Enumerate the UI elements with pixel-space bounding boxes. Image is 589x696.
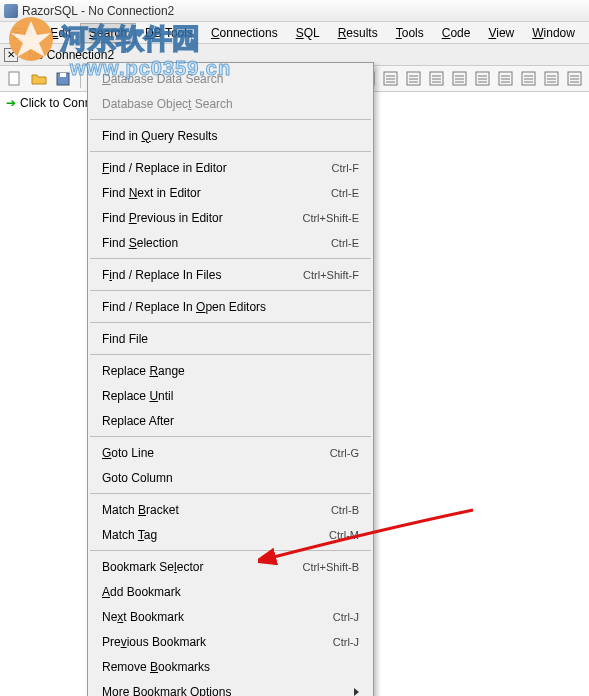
menu-item-shortcut: Ctrl-E — [331, 237, 359, 249]
close-tab-button[interactable]: ✕ — [4, 48, 18, 62]
app-icon — [4, 4, 18, 18]
connect-arrow-icon: ➔ — [6, 96, 16, 110]
menu-item-shortcut: Ctrl-F — [332, 162, 360, 174]
menu-separator — [90, 119, 371, 120]
menu-item-find-file[interactable]: Find File — [88, 326, 373, 351]
menu-item-label: Find Previous in Editor — [102, 211, 302, 225]
menu-item-label: Goto Column — [102, 471, 359, 485]
menu-item-label: Find File — [102, 332, 359, 346]
menu-item-database-object-search: Database Object Search — [88, 91, 373, 116]
table-icon[interactable] — [404, 70, 422, 88]
menu-item-shortcut: Ctrl-J — [333, 636, 359, 648]
menu-item-previous-bookmark[interactable]: Previous BookmarkCtrl-J — [88, 629, 373, 654]
side-panel: ➔ Click to Connect — [0, 92, 80, 114]
proc-icon[interactable] — [427, 70, 445, 88]
menu-item-match-tag[interactable]: Match TagCtrl-M — [88, 522, 373, 547]
menu-item-add-bookmark[interactable]: Add Bookmark — [88, 579, 373, 604]
refresh-icon[interactable] — [496, 70, 514, 88]
menu-item-label: Bookmark Selector — [102, 560, 302, 574]
menu-item-remove-bookmarks[interactable]: Remove Bookmarks — [88, 654, 373, 679]
menu-item-label: Replace Range — [102, 364, 359, 378]
new-file-icon[interactable] — [6, 70, 24, 88]
menu-item-label: Goto Line — [102, 446, 330, 460]
menu-search[interactable]: Search — [80, 23, 136, 43]
menu-item-label: Database Data Search — [102, 72, 359, 86]
menu-item-replace-after[interactable]: Replace After — [88, 408, 373, 433]
menu-item-label: Next Bookmark — [102, 610, 333, 624]
menu-file[interactable]: File — [4, 23, 41, 43]
menu-code[interactable]: Code — [433, 23, 480, 43]
svg-rect-2 — [60, 73, 66, 77]
window-title: RazorSQL - No Connection2 — [22, 4, 174, 18]
list-icon[interactable] — [450, 70, 468, 88]
menu-item-label: Find in Query Results — [102, 129, 359, 143]
menu-view[interactable]: View — [479, 23, 523, 43]
menu-item-label: Replace After — [102, 414, 359, 428]
menu-item-shortcut: Ctrl+Shift-B — [302, 561, 359, 573]
menu-item-more-bookmark-options[interactable]: More Bookmark Options — [88, 679, 373, 696]
menu-connections[interactable]: Connections — [202, 23, 287, 43]
menu-item-label: Find Next in Editor — [102, 186, 331, 200]
menu-item-label: Find / Replace in Editor — [102, 161, 332, 175]
redo-icon[interactable] — [542, 70, 560, 88]
tab-label[interactable]: No Connection2 — [22, 46, 120, 64]
menu-separator — [90, 493, 371, 494]
menu-item-label: Match Bracket — [102, 503, 331, 517]
menu-tools[interactable]: Tools — [387, 23, 433, 43]
menu-item-shortcut: Ctrl+Shift-E — [302, 212, 359, 224]
menu-results[interactable]: Results — [329, 23, 387, 43]
titlebar: RazorSQL - No Connection2 — [0, 0, 589, 22]
save-icon[interactable] — [54, 70, 72, 88]
search-menu-dropdown: Database Data SearchDatabase Object Sear… — [87, 62, 374, 696]
menu-item-match-bracket[interactable]: Match BracketCtrl-B — [88, 497, 373, 522]
menu-item-find-in-query-results[interactable]: Find in Query Results — [88, 123, 373, 148]
menu-item-find-replace-in-open-editors[interactable]: Find / Replace In Open Editors — [88, 294, 373, 319]
menu-item-shortcut: Ctrl-G — [330, 447, 359, 459]
menu-item-replace-range[interactable]: Replace Range — [88, 358, 373, 383]
menu-item-label: Database Object Search — [102, 97, 359, 111]
menu-item-label: Match Tag — [102, 528, 329, 542]
menu-separator — [90, 290, 371, 291]
menubar: FileEditSearchDB ToolsConnectionsSQLResu… — [0, 22, 589, 44]
view-icon[interactable] — [473, 70, 491, 88]
menu-separator — [90, 550, 371, 551]
columns-icon[interactable] — [381, 70, 399, 88]
menu-item-shortcut: Ctrl-M — [329, 529, 359, 541]
menu-separator — [90, 354, 371, 355]
menu-item-shortcut: Ctrl-B — [331, 504, 359, 516]
toolbar-separator — [80, 70, 81, 88]
menu-item-label: More Bookmark Options — [102, 685, 354, 697]
menu-db-tools[interactable]: DB Tools — [136, 23, 202, 43]
config-icon[interactable] — [565, 70, 583, 88]
menu-item-find-replace-in-files[interactable]: Find / Replace In FilesCtrl+Shift-F — [88, 262, 373, 287]
menu-window[interactable]: Window — [523, 23, 584, 43]
menu-item-label: Find / Replace In Files — [102, 268, 303, 282]
menu-separator — [90, 322, 371, 323]
menu-separator — [90, 258, 371, 259]
menu-item-shortcut: Ctrl-E — [331, 187, 359, 199]
menu-item-goto-line[interactable]: Goto LineCtrl-G — [88, 440, 373, 465]
undo-icon[interactable] — [519, 70, 537, 88]
menu-item-label: Remove Bookmarks — [102, 660, 359, 674]
menu-item-find-replace-in-editor[interactable]: Find / Replace in EditorCtrl-F — [88, 155, 373, 180]
menu-separator — [90, 151, 371, 152]
menu-edit[interactable]: Edit — [41, 23, 80, 43]
menu-item-shortcut: Ctrl+Shift-F — [303, 269, 359, 281]
menu-item-find-selection[interactable]: Find SelectionCtrl-E — [88, 230, 373, 255]
submenu-arrow-icon — [354, 688, 359, 696]
menu-item-label: Find / Replace In Open Editors — [102, 300, 359, 314]
menu-item-label: Previous Bookmark — [102, 635, 333, 649]
menu-item-goto-column[interactable]: Goto Column — [88, 465, 373, 490]
open-folder-icon[interactable] — [30, 70, 48, 88]
menu-item-find-previous-in-editor[interactable]: Find Previous in EditorCtrl+Shift-E — [88, 205, 373, 230]
menu-item-label: Add Bookmark — [102, 585, 359, 599]
svg-rect-0 — [9, 72, 19, 85]
menu-sql[interactable]: SQL — [287, 23, 329, 43]
menu-item-replace-until[interactable]: Replace Until — [88, 383, 373, 408]
menu-separator — [90, 436, 371, 437]
menu-item-find-next-in-editor[interactable]: Find Next in EditorCtrl-E — [88, 180, 373, 205]
menu-item-label: Replace Until — [102, 389, 359, 403]
menu-item-bookmark-selector[interactable]: Bookmark SelectorCtrl+Shift-B — [88, 554, 373, 579]
menu-item-shortcut: Ctrl-J — [333, 611, 359, 623]
menu-item-next-bookmark[interactable]: Next BookmarkCtrl-J — [88, 604, 373, 629]
